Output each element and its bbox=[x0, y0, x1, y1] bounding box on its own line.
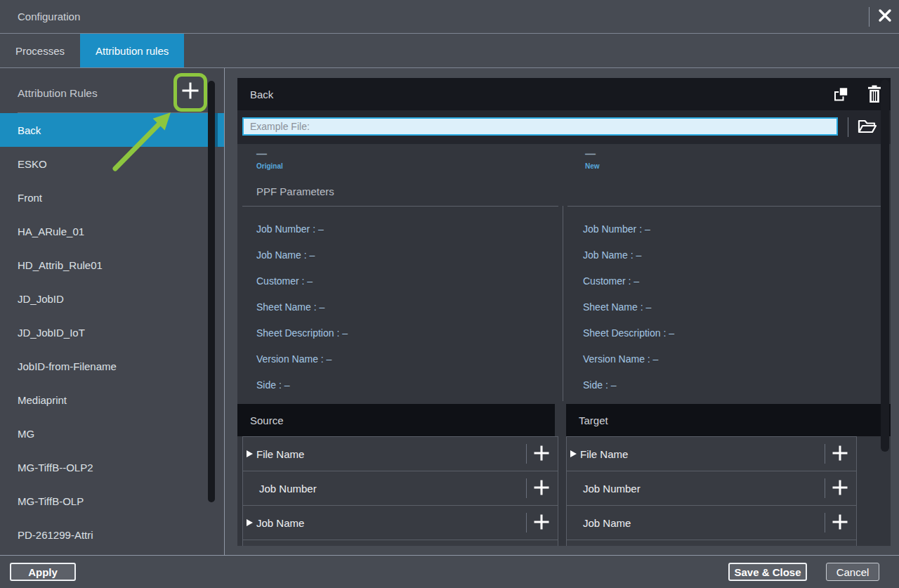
input-divider bbox=[848, 117, 848, 137]
delete-rule-button[interactable] bbox=[867, 85, 881, 103]
attribution-rules-sidebar: Attribution Rules BackESKOFrontHA_ARule_… bbox=[0, 68, 225, 555]
plus-icon bbox=[832, 479, 848, 498]
plus-icon bbox=[181, 81, 200, 103]
row-divider bbox=[825, 444, 825, 464]
plus-icon bbox=[533, 479, 550, 498]
ppf-param-customer: Customer : – bbox=[583, 268, 878, 294]
add-rule-button[interactable] bbox=[176, 74, 205, 109]
ppf-param-customer: Customer : – bbox=[256, 268, 551, 294]
row-label: Job Name bbox=[583, 517, 631, 529]
row-label: Job Number bbox=[259, 483, 317, 495]
sidebar-item-hd-attrib-rule01[interactable]: HD_Attrib_Rule01 bbox=[0, 248, 225, 282]
example-file-input[interactable] bbox=[242, 117, 838, 136]
sidebar-item-jd-jobid-iot[interactable]: JD_JobID_IoT bbox=[0, 315, 225, 349]
sidebar-item-label: JD_JobID bbox=[18, 293, 64, 305]
title-bar: Configuration bbox=[0, 0, 899, 34]
ppf-param-sheet-description: Sheet Description : – bbox=[256, 320, 551, 346]
panel-scrollbar[interactable] bbox=[881, 79, 889, 452]
ppf-parameters-title: PPF Parameters bbox=[256, 185, 334, 197]
apply-button[interactable]: Apply bbox=[10, 563, 76, 581]
rule-panel-title: Back bbox=[250, 89, 273, 100]
sidebar-item-ha-arule-01[interactable]: HA_ARule_01 bbox=[0, 214, 225, 248]
plus-icon bbox=[533, 514, 550, 533]
ppf-param-side: Side : – bbox=[256, 372, 551, 398]
sidebar-item-back[interactable]: Back bbox=[0, 113, 225, 147]
add-target-job-name-button[interactable] bbox=[829, 511, 851, 534]
sidebar-item-label: HD_Attrib_Rule01 bbox=[18, 259, 103, 271]
plus-icon bbox=[832, 514, 848, 533]
footer-bar: Apply Save & Close Cancel bbox=[0, 555, 899, 588]
cancel-button[interactable]: Cancel bbox=[826, 563, 879, 581]
ppf-param-job-number: Job Number : – bbox=[256, 216, 551, 242]
expander-triangle-icon[interactable] bbox=[570, 450, 577, 457]
rules-list: BackESKOFrontHA_ARule_01HD_Attrib_Rule01… bbox=[0, 113, 225, 551]
ppf-param-sheet-name: Sheet Name : – bbox=[256, 294, 551, 320]
new-label: New bbox=[585, 162, 600, 170]
sidebar-item-mg[interactable]: MG bbox=[0, 417, 225, 450]
sidebar-item-mg-tiffb-olp2[interactable]: MG-TiffB--OLP2 bbox=[0, 450, 225, 484]
ppf-param-sheet-name: Sheet Name : – bbox=[583, 294, 878, 320]
row-label: Job Name bbox=[256, 517, 304, 529]
rule-editor-panel: Back bbox=[237, 78, 891, 546]
sidebar-item-jd-jobid[interactable]: JD_JobID bbox=[0, 282, 225, 315]
source-row-job-name[interactable]: Job Name bbox=[243, 506, 558, 540]
row-label: File Name bbox=[256, 448, 304, 460]
ppf-column-divider bbox=[563, 206, 563, 401]
row-label: File Name bbox=[580, 448, 628, 460]
source-row-file-name[interactable]: File Name bbox=[243, 437, 558, 471]
tab-processes[interactable]: Processes bbox=[0, 34, 80, 67]
expander-triangle-icon[interactable] bbox=[247, 450, 253, 457]
ppf-param-job-number: Job Number : – bbox=[583, 216, 878, 242]
target-row-job-name[interactable]: Job Name bbox=[567, 506, 856, 540]
add-source-job-name-button[interactable] bbox=[530, 511, 553, 534]
new-value: — bbox=[585, 148, 600, 160]
target-section-header: Target bbox=[566, 404, 891, 436]
add-source-file-name-button[interactable] bbox=[530, 443, 553, 465]
sidebar-item-jobid-from-filename[interactable]: JobID-from-Filename bbox=[0, 349, 225, 383]
copy-icon bbox=[833, 93, 850, 105]
example-file-row bbox=[237, 110, 891, 144]
title-divider bbox=[869, 7, 870, 27]
target-row-file-name[interactable]: File Name bbox=[567, 437, 856, 471]
source-row-job-number[interactable]: Job Number bbox=[243, 471, 558, 506]
ppf-divider-left bbox=[242, 206, 558, 207]
ppf-param-side: Side : – bbox=[583, 372, 878, 398]
sidebar-item-mediaprint[interactable]: Mediaprint bbox=[0, 383, 225, 417]
duplicate-rule-button[interactable] bbox=[833, 86, 850, 103]
target-row-job-number[interactable]: Job Number bbox=[567, 471, 856, 506]
tab-bar: Processes Attribution rules bbox=[0, 34, 899, 68]
row-divider bbox=[526, 478, 527, 498]
add-source-job-number-button[interactable] bbox=[530, 477, 553, 499]
source-row-partial bbox=[243, 540, 558, 546]
target-header-label: Target bbox=[579, 414, 608, 426]
open-folder-icon bbox=[856, 126, 877, 138]
rule-panel-header: Back bbox=[237, 78, 891, 110]
ppf-new-column: Job Number : –Job Name : –Customer : –Sh… bbox=[583, 216, 878, 398]
source-rows: File NameJob NumberJob Name bbox=[242, 436, 558, 546]
add-target-job-number-button[interactable] bbox=[829, 477, 851, 499]
trash-icon bbox=[867, 93, 881, 105]
sidebar-item-pd-261299-attri[interactable]: PD-261299-Attri bbox=[0, 518, 225, 551]
configuration-dialog: Configuration Processes Attribution rule… bbox=[0, 0, 899, 588]
close-button[interactable] bbox=[875, 7, 895, 27]
sidebar-item-label: MG bbox=[18, 428, 34, 440]
sidebar-item-label: MG-TiffB-OLP bbox=[18, 495, 84, 507]
sidebar-item-label: MG-TiffB--OLP2 bbox=[18, 462, 93, 473]
row-divider bbox=[526, 513, 527, 533]
sidebar-item-mg-tiffb-olp[interactable]: MG-TiffB-OLP bbox=[0, 484, 225, 518]
ppf-param-version-name: Version Name : – bbox=[256, 346, 551, 372]
tab-attribution-rules[interactable]: Attribution rules bbox=[80, 34, 184, 67]
row-divider bbox=[825, 478, 825, 498]
new-file-indicator: — New bbox=[585, 148, 600, 170]
sidebar-scrollbar[interactable] bbox=[208, 81, 215, 502]
browse-file-button[interactable] bbox=[856, 117, 877, 138]
ppf-divider-right bbox=[567, 206, 886, 207]
sidebar-item-label: HA_ARule_01 bbox=[18, 226, 84, 237]
sidebar-item-front[interactable]: Front bbox=[0, 181, 225, 214]
expander-triangle-icon[interactable] bbox=[247, 519, 253, 526]
ppf-param-job-name: Job Name : – bbox=[256, 242, 551, 268]
save-close-button[interactable]: Save & Close bbox=[728, 563, 807, 581]
sidebar-item-esko[interactable]: ESKO bbox=[0, 147, 225, 181]
row-divider bbox=[825, 513, 825, 533]
add-target-file-name-button[interactable] bbox=[829, 443, 851, 465]
